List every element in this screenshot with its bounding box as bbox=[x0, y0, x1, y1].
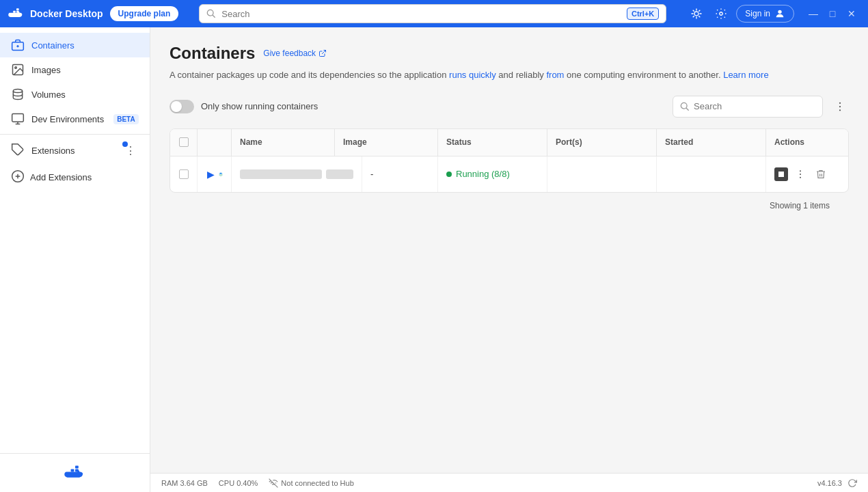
showing-items-label: Showing 1 items bbox=[169, 193, 849, 219]
bug-report-button[interactable] bbox=[687, 4, 706, 23]
delete-button[interactable] bbox=[813, 166, 829, 182]
minimize-button[interactable]: — bbox=[805, 5, 822, 22]
content-area: Containers Give feedback A container pac… bbox=[150, 27, 868, 492]
container-name-redacted-2 bbox=[326, 169, 353, 179]
svg-point-36 bbox=[800, 170, 801, 172]
toggle-label: Only show running containers bbox=[201, 101, 318, 111]
titlebar-actions: Sign in — □ ✕ bbox=[687, 4, 860, 23]
th-select-all bbox=[170, 129, 198, 156]
select-all-checkbox[interactable] bbox=[179, 137, 189, 147]
svg-rect-3 bbox=[13, 11, 16, 13]
add-extensions-label: Add Extensions bbox=[30, 172, 92, 182]
update-icon bbox=[847, 478, 857, 488]
svg-line-32 bbox=[686, 108, 688, 110]
sidebar-item-dev-environments[interactable]: Dev Environments BETA bbox=[0, 107, 150, 131]
sidebar: Containers Images bbox=[0, 27, 150, 492]
titlebar: Docker Desktop Upgrade plan Ctrl+K Sign … bbox=[0, 0, 868, 27]
sidebar-label-dev-environments: Dev Environments bbox=[31, 114, 104, 124]
external-link-icon bbox=[318, 49, 327, 57]
th-started: Started bbox=[657, 129, 766, 156]
th-actions: Actions bbox=[766, 129, 848, 156]
row-started-cell bbox=[657, 156, 766, 192]
statusbar-right: v4.16.3 bbox=[817, 478, 857, 488]
sidebar-item-images[interactable]: Images bbox=[0, 57, 150, 82]
svg-line-30 bbox=[322, 51, 326, 55]
running-containers-toggle[interactable] bbox=[169, 100, 194, 113]
maximize-button[interactable]: □ bbox=[824, 5, 841, 22]
cpu-usage: CPU 0.40% bbox=[219, 479, 258, 487]
search-shortcut-badge: Ctrl+K bbox=[627, 8, 659, 20]
more-actions-button[interactable] bbox=[792, 166, 809, 182]
gear-icon bbox=[715, 8, 727, 20]
search-input[interactable] bbox=[221, 9, 621, 19]
user-icon bbox=[774, 8, 785, 19]
row-expand-button[interactable]: ▶ bbox=[206, 167, 216, 181]
containers-search-input[interactable] bbox=[694, 101, 815, 111]
svg-point-35 bbox=[839, 109, 841, 111]
svg-rect-5 bbox=[16, 8, 19, 10]
svg-point-16 bbox=[13, 90, 22, 93]
main-layout: Containers Images bbox=[0, 27, 868, 492]
dev-environments-icon bbox=[11, 112, 25, 126]
search-icon bbox=[680, 102, 690, 111]
row-checkbox-cell bbox=[170, 156, 198, 192]
more-options-icon bbox=[834, 100, 846, 113]
settings-button[interactable] bbox=[711, 4, 731, 23]
status-indicator: Running (8/8) bbox=[446, 169, 510, 179]
signin-button[interactable]: Sign in bbox=[736, 5, 794, 23]
give-feedback-link[interactable]: Give feedback bbox=[263, 49, 327, 58]
content-inner: Containers Give feedback A container pac… bbox=[150, 27, 868, 473]
add-extensions-icon bbox=[11, 169, 25, 185]
svg-point-37 bbox=[800, 174, 801, 175]
sidebar-item-containers[interactable]: Containers bbox=[0, 33, 150, 57]
containers-table: Name Image Status Port(s) Started bbox=[169, 128, 849, 193]
svg-point-38 bbox=[800, 176, 801, 178]
table-more-options-button[interactable] bbox=[831, 98, 849, 115]
sidebar-item-add-extensions[interactable]: Add Extensions bbox=[0, 164, 150, 191]
row-expand-cell: ▶ bbox=[198, 156, 232, 192]
not-connected-icon bbox=[269, 478, 278, 488]
toolbar: Only show running containers bbox=[169, 96, 849, 118]
bug-icon bbox=[690, 8, 703, 20]
version-label: v4.16.3 bbox=[817, 479, 842, 487]
delete-icon bbox=[815, 169, 826, 180]
row-status-cell: Running (8/8) bbox=[438, 156, 547, 192]
upgrade-plan-button[interactable]: Upgrade plan bbox=[110, 6, 179, 21]
containers-search-container[interactable] bbox=[673, 96, 823, 118]
toggle-container: Only show running containers bbox=[169, 100, 318, 113]
sidebar-item-volumes[interactable]: Volumes bbox=[0, 82, 150, 107]
extensions-notification-dot bbox=[122, 141, 128, 147]
row-checkbox[interactable] bbox=[179, 169, 189, 179]
toggle-knob bbox=[171, 101, 182, 112]
table-header: Name Image Status Port(s) Started bbox=[170, 129, 848, 156]
svg-point-8 bbox=[694, 12, 699, 16]
page-description: A container packages up code and its dep… bbox=[169, 68, 849, 82]
actions-container bbox=[774, 166, 829, 182]
container-name-redacted bbox=[240, 169, 322, 179]
sidebar-label-volumes: Volumes bbox=[31, 90, 66, 100]
sidebar-divider bbox=[0, 134, 150, 135]
stop-button[interactable] bbox=[774, 167, 788, 181]
close-button[interactable]: ✕ bbox=[843, 5, 860, 22]
sidebar-nav: Containers Images bbox=[0, 27, 150, 453]
app-logo: Docker Desktop bbox=[8, 5, 103, 22]
window-controls: — □ ✕ bbox=[805, 5, 860, 22]
th-status: Status bbox=[438, 129, 547, 156]
sidebar-item-extensions[interactable]: Extensions ⋮ bbox=[0, 137, 150, 164]
sidebar-label-images: Images bbox=[31, 65, 61, 75]
search-icon bbox=[206, 9, 216, 18]
svg-point-15 bbox=[15, 67, 16, 69]
learn-more-link[interactable]: Learn more bbox=[723, 70, 768, 80]
statusbar: RAM 3.64 GB CPU 0.40% Not connected to H… bbox=[150, 473, 868, 492]
global-search-bar[interactable]: Ctrl+K bbox=[199, 4, 666, 23]
sidebar-label-containers: Containers bbox=[31, 40, 74, 51]
svg-rect-17 bbox=[12, 114, 24, 122]
row-actions-cell bbox=[766, 156, 848, 192]
page-header: Containers Give feedback bbox=[169, 44, 849, 63]
svg-rect-29 bbox=[75, 466, 79, 469]
containers-icon bbox=[11, 38, 25, 52]
th-image: Image bbox=[335, 129, 438, 156]
beta-badge: BETA bbox=[113, 114, 138, 124]
table-row: ▶ - bbox=[170, 156, 848, 192]
svg-rect-27 bbox=[70, 469, 74, 472]
